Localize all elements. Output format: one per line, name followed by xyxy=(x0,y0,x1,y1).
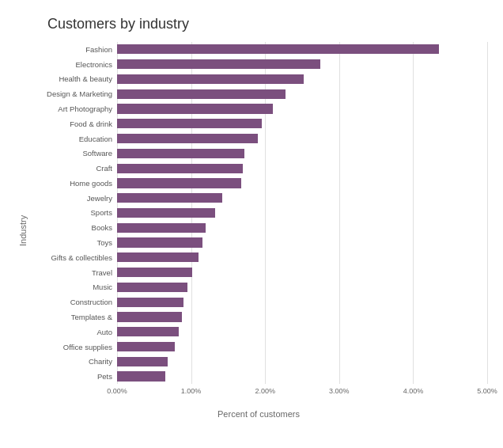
bar-label: Health & beauty xyxy=(30,74,117,83)
bar-row: Sports xyxy=(30,206,487,221)
bar-row: Home goods xyxy=(30,176,487,191)
bar-row: Electronics xyxy=(30,57,487,72)
bar-fill xyxy=(117,371,165,381)
bar-label: Auto xyxy=(30,328,117,336)
bar-label: Education xyxy=(30,135,117,143)
bar-label: Travel xyxy=(30,268,117,277)
bar-label: Charity xyxy=(30,357,117,366)
y-axis-label: Industry xyxy=(16,42,30,419)
bar-label: Home goods xyxy=(30,179,117,188)
bar-row: Health & beauty xyxy=(30,72,487,87)
bar-fill xyxy=(117,134,258,143)
bar-fill xyxy=(117,237,202,247)
chart-title: Customers by industry xyxy=(47,16,487,32)
bar-label: Design & Marketing xyxy=(30,89,117,98)
bar-fill xyxy=(117,312,182,321)
bar-label: Office supplies xyxy=(30,343,117,351)
bar-fill xyxy=(117,208,215,218)
bar-track xyxy=(117,252,487,262)
bar-label: Gifts & collectibles xyxy=(30,253,117,262)
bar-fill xyxy=(117,89,286,99)
bar-track xyxy=(117,119,487,128)
bar-row: Toys xyxy=(30,235,487,250)
bar-label: Software xyxy=(30,149,117,158)
bar-fill xyxy=(117,252,199,262)
bar-row: Art Photography xyxy=(30,101,487,116)
bar-label: Jewelry xyxy=(30,194,117,203)
bar-label: Books xyxy=(30,223,117,232)
bar-track xyxy=(117,89,487,99)
x-tick: 2.00% xyxy=(255,387,275,395)
bar-label: Construction xyxy=(30,298,117,306)
bar-row: Office supplies xyxy=(30,340,487,355)
bar-row: Food & drink xyxy=(30,116,487,131)
bar-fill xyxy=(117,193,222,203)
bar-fill xyxy=(117,283,187,292)
x-tick: 1.00% xyxy=(181,387,202,395)
bar-track xyxy=(117,44,487,54)
bar-label: Fashion xyxy=(30,45,117,54)
bar-label: Templates & xyxy=(30,313,117,321)
bar-track xyxy=(117,237,487,247)
bar-row: Music xyxy=(30,280,487,295)
bar-track xyxy=(117,298,487,307)
bar-fill xyxy=(117,223,206,233)
bar-track xyxy=(117,178,487,188)
bar-track xyxy=(117,327,487,336)
bar-label: Craft xyxy=(30,164,117,173)
bar-label: Electronics xyxy=(30,60,117,69)
bar-track xyxy=(117,104,487,113)
bar-label: Pets xyxy=(30,372,117,381)
bar-row: Travel xyxy=(30,265,487,280)
bar-fill xyxy=(117,298,183,307)
bar-row: Education xyxy=(30,131,487,146)
bar-track xyxy=(117,312,487,321)
bar-row: Charity xyxy=(30,354,487,369)
bar-fill xyxy=(117,119,262,128)
bar-row: Software xyxy=(30,146,487,161)
x-axis-label: Percent of customers xyxy=(30,409,487,419)
bar-row: Jewelry xyxy=(30,191,487,206)
bar-track xyxy=(117,59,487,69)
bar-row: Auto xyxy=(30,325,487,340)
bar-row: Construction xyxy=(30,294,487,309)
bar-fill xyxy=(117,178,241,188)
bar-fill xyxy=(117,74,304,84)
bar-fill xyxy=(117,327,179,336)
bar-label: Sports xyxy=(30,208,117,217)
bar-track xyxy=(117,357,487,366)
bar-track xyxy=(117,283,487,292)
bar-row: Craft xyxy=(30,161,487,176)
bar-fill xyxy=(117,149,244,158)
bar-row: Templates & xyxy=(30,309,487,325)
bar-fill xyxy=(117,59,320,69)
bar-track xyxy=(117,268,487,277)
bar-row: Books xyxy=(30,220,487,235)
bar-fill xyxy=(117,164,243,173)
bar-fill xyxy=(117,104,273,113)
bar-row: Design & Marketing xyxy=(30,86,487,101)
bar-track xyxy=(117,223,487,233)
bar-label: Art Photography xyxy=(30,104,117,113)
x-tick: 0.00% xyxy=(107,387,127,395)
bar-track xyxy=(117,342,487,351)
bar-track xyxy=(117,164,487,173)
bar-track xyxy=(117,208,487,218)
chart-container: Customers by industry Industry FashionEl… xyxy=(0,0,503,448)
grid-line xyxy=(487,42,488,384)
bar-track xyxy=(117,193,487,203)
x-tick: 5.00% xyxy=(477,387,497,395)
bar-row: Fashion xyxy=(30,42,487,57)
x-tick: 3.00% xyxy=(329,387,350,395)
bars-and-axes: FashionElectronicsHealth & beautyDesign … xyxy=(30,42,487,408)
bar-row: Pets xyxy=(30,369,487,384)
bar-track xyxy=(117,134,487,143)
bar-label: Music xyxy=(30,283,117,291)
bar-label: Toys xyxy=(30,238,117,247)
bar-label: Food & drink xyxy=(30,120,117,128)
bar-row: Gifts & collectibles xyxy=(30,250,487,265)
bar-fill xyxy=(117,342,175,351)
x-axis: 0.00%1.00%2.00%3.00%4.00%5.00% xyxy=(117,384,487,408)
bar-fill xyxy=(117,357,168,366)
bar-track xyxy=(117,74,487,84)
